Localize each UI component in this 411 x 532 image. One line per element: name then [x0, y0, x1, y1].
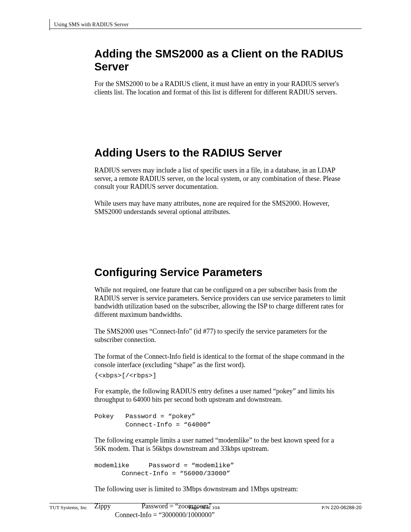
footer-company: TUT Systems, Inc — [49, 505, 87, 511]
para-s3-6: The following user is limited to 3Mbps d… — [94, 485, 346, 494]
para-s3-4: For example, the following RADIUS entry … — [94, 387, 346, 404]
code-example-pokey: Pokey Password = “pokey” Connect-Info = … — [94, 412, 346, 429]
footer-rule — [49, 503, 362, 503]
footer-part-number: P/N 220-06288-20 — [322, 505, 362, 511]
para-s3-3: The format of the Connect-Info field is … — [94, 353, 346, 369]
footer-page-number: Page 78 of 104 — [189, 505, 220, 511]
heading-add-client: Adding the SMS2000 as a Client on the RA… — [94, 47, 346, 73]
para-s1-1: For the SMS2000 to be a RADIUS client, i… — [94, 80, 346, 97]
syntax-block: {<xbps>[/<rbps>] — [94, 372, 346, 380]
footer-pn-label: P/N — [322, 505, 331, 510]
heading-config-params: Configuring Service Parameters — [94, 266, 346, 279]
header-rule — [49, 29, 362, 29]
para-s2-2: While users may have many attributes, no… — [94, 200, 346, 216]
header-vertical-rule — [49, 19, 50, 30]
para-s2-1: RADIUS servers may include a list of spe… — [94, 166, 346, 192]
heading-add-users: Adding Users to the RADIUS Server — [94, 146, 346, 159]
code-example-modemlike: modemlike Password = “modemlike” Connect… — [94, 462, 346, 478]
para-s3-5: The following example limits a user name… — [94, 436, 346, 453]
para-s3-1: While not required, one feature that can… — [94, 286, 346, 320]
footer-pn-value: 220-06288-20 — [331, 505, 362, 510]
para-s3-2: The SMS2000 uses “Connect-Info” (id #77)… — [94, 328, 346, 344]
main-content: Adding the SMS2000 as a Client on the RA… — [94, 47, 346, 519]
page-footer: TUT Systems, Inc Page 78 of 104 P/N 220-… — [49, 503, 362, 511]
running-header: Using SMS with RADIUS Server — [54, 21, 362, 29]
